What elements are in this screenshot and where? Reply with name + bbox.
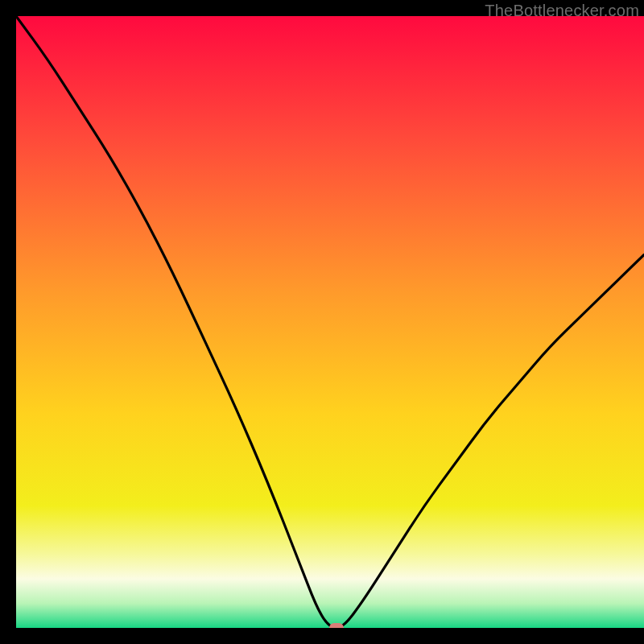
chart-stage: { "source": { "label": "TheBottlenecker.… [0, 0, 644, 644]
plot-area [16, 16, 644, 628]
optimal-point-marker [329, 623, 344, 628]
plot-frame: TheBottlenecker.com [16, 0, 644, 628]
bottleneck-curve [16, 16, 644, 628]
